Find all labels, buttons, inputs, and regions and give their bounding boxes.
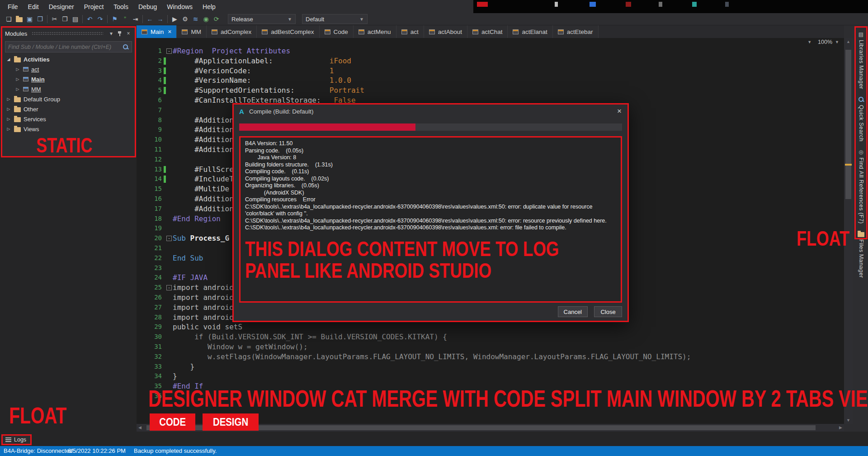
menu-item-tools[interactable]: Tools bbox=[108, 1, 133, 13]
expand-icon[interactable]: ▷ bbox=[6, 107, 11, 111]
compile-icon[interactable]: ⚙ bbox=[180, 14, 190, 24]
close-icon[interactable]: × bbox=[125, 30, 132, 37]
tab-mm[interactable]: MM bbox=[177, 25, 207, 38]
compile-log-output[interactable]: B4A Version: 11.50Parsing code. (0.05s) … bbox=[239, 136, 622, 303]
sidebar-tab-files-manager[interactable]: Files Manager bbox=[858, 231, 864, 278]
code-line[interactable]: 3 #VersionCode: 1 bbox=[137, 66, 844, 76]
tab-actabout[interactable]: actAbout bbox=[424, 25, 467, 38]
expand-icon[interactable]: ▷ bbox=[15, 87, 20, 91]
new-file-icon[interactable]: ❏ bbox=[4, 14, 14, 24]
dialog-titlebar[interactable]: A Compile (Build: Default) × bbox=[234, 104, 627, 118]
tab-actetebar[interactable]: actEtebar bbox=[553, 25, 599, 38]
redo-icon[interactable]: ↷ bbox=[95, 14, 105, 24]
toolbar: ❏▣❒✂❐▤↶↷⚑”⇥←→▶⚙≋◉⟳ Release ▼ Default ▼ bbox=[0, 13, 868, 25]
code-line[interactable]: 33 } bbox=[137, 362, 844, 372]
comment-icon[interactable]: ” bbox=[120, 14, 130, 24]
navigate-forward-icon[interactable]: → bbox=[155, 14, 165, 24]
undo-icon[interactable]: ↶ bbox=[85, 14, 95, 24]
fold-collapse-icon[interactable]: - bbox=[166, 285, 172, 290]
search-icon[interactable] bbox=[123, 44, 129, 50]
paste-icon[interactable]: ▤ bbox=[70, 14, 80, 24]
tab-code[interactable]: Code bbox=[320, 25, 354, 38]
expand-icon[interactable]: ▷ bbox=[6, 97, 11, 101]
code-line[interactable]: 29public void setS bbox=[137, 322, 844, 332]
menu-item-debug[interactable]: Debug bbox=[133, 1, 162, 13]
logs-panel-tab[interactable]: Logs bbox=[1, 434, 32, 445]
cancel-button[interactable]: Cancel bbox=[558, 306, 588, 317]
scroll-up-icon[interactable]: ▲ bbox=[846, 38, 850, 45]
code-line[interactable]: 2 #ApplicationLabel: iFood bbox=[137, 56, 844, 66]
close-icon[interactable]: × bbox=[615, 107, 623, 116]
save-all-icon[interactable]: ❒ bbox=[35, 14, 45, 24]
menu-item-file[interactable]: File bbox=[3, 1, 23, 13]
close-tab-icon[interactable]: × bbox=[168, 28, 171, 35]
module-search-box[interactable] bbox=[5, 41, 132, 52]
pin-icon[interactable] bbox=[118, 31, 122, 37]
tree-item-views[interactable]: ▷Views bbox=[2, 124, 135, 134]
profile-select[interactable]: Default ▼ bbox=[302, 14, 368, 24]
expand-icon[interactable]: ▷ bbox=[15, 67, 20, 71]
tree-item-mm[interactable]: ▷MM bbox=[2, 84, 135, 94]
bookmark-icon[interactable]: ⚑ bbox=[109, 14, 120, 24]
code-line[interactable]: 32 w.setFlags(WindowManager.LayoutParams… bbox=[137, 352, 844, 362]
menu-item-project[interactable]: Project bbox=[79, 1, 109, 13]
expand-icon[interactable]: ▷ bbox=[6, 117, 11, 121]
tab-adbestcomplex[interactable]: adBestComplex bbox=[257, 25, 319, 38]
tab-actelanat[interactable]: actElanat bbox=[508, 25, 552, 38]
design-view-button[interactable]: DESIGN bbox=[203, 413, 259, 431]
panel-drag-grip[interactable] bbox=[32, 32, 103, 35]
search-input[interactable] bbox=[8, 44, 123, 50]
menu-item-windows[interactable]: Windows bbox=[162, 1, 198, 13]
save-icon[interactable]: ▣ bbox=[24, 14, 35, 24]
tab-actchat[interactable]: actChat bbox=[467, 25, 508, 38]
menu-item-designer[interactable]: Designer bbox=[44, 1, 79, 13]
fold-collapse-icon[interactable]: - bbox=[166, 236, 172, 241]
build-configuration-select[interactable]: Release ▼ bbox=[228, 14, 296, 24]
code-view-button[interactable]: CODE bbox=[150, 413, 195, 431]
sidebar-tab-libraries-manager[interactable]: ▤Libraries Manager bbox=[858, 31, 864, 89]
tab-adcomplex[interactable]: adComplex bbox=[207, 25, 257, 38]
tab-act[interactable]: act bbox=[396, 25, 424, 38]
code-line[interactable]: 4 #VersionName: 1.0.0 bbox=[137, 76, 844, 86]
tab-main[interactable]: Main× bbox=[137, 25, 177, 38]
expand-icon[interactable]: ▷ bbox=[15, 77, 20, 81]
chevron-down-icon[interactable]: ▾ bbox=[108, 30, 115, 37]
wireless-icon[interactable]: ◉ bbox=[201, 14, 211, 24]
code-line[interactable]: 31 Window w = getWindow(); bbox=[137, 342, 844, 352]
menu-item-edit[interactable]: Edit bbox=[23, 1, 44, 13]
navigate-back-icon[interactable]: ← bbox=[145, 14, 155, 24]
fold-collapse-icon[interactable]: - bbox=[166, 48, 172, 54]
scroll-right-icon[interactable]: ▶ bbox=[839, 424, 842, 432]
code-line[interactable]: 34} bbox=[137, 371, 844, 381]
tree-item-activities[interactable]: ◢Activities bbox=[2, 54, 135, 64]
menu-item-help[interactable]: Help bbox=[198, 1, 221, 13]
vertical-scrollbar-thumb[interactable] bbox=[845, 50, 851, 199]
collapse-icon[interactable]: ◢ bbox=[6, 57, 11, 62]
tree-item-services[interactable]: ▷Services bbox=[2, 114, 135, 124]
code-line[interactable]: 5 #SupportedOrientations: Portrait bbox=[137, 86, 844, 95]
code-line[interactable]: 1-#Region Project Attributes bbox=[137, 46, 844, 56]
log-line: C:\SDK\tools\..\extras\b4a_local\unpacke… bbox=[245, 204, 616, 218]
sidebar-tab-find-all-references-f7[interactable]: ◎Find All References (F7) bbox=[858, 149, 864, 224]
bridge-icon[interactable]: ≋ bbox=[190, 14, 201, 24]
tab-overflow-icon[interactable]: ▼ bbox=[807, 40, 811, 44]
indent-icon[interactable]: ⇥ bbox=[130, 14, 141, 24]
clean-project-icon[interactable]: ⟳ bbox=[211, 14, 222, 24]
zoom-select[interactable]: 100% ▼ bbox=[818, 39, 839, 45]
scroll-down-icon[interactable]: ▼ bbox=[846, 417, 850, 424]
tree-item-other[interactable]: ▷Other bbox=[2, 104, 135, 114]
tab-actmenu[interactable]: actMenu bbox=[354, 25, 396, 38]
tree-item-default-group[interactable]: ▷Default Group bbox=[2, 94, 135, 104]
modules-panel-header[interactable]: Modules ▾ × bbox=[2, 28, 135, 39]
tree-item-main[interactable]: ▷Main bbox=[2, 74, 135, 84]
run-icon[interactable]: ▶ bbox=[170, 14, 180, 24]
close-button[interactable]: Close bbox=[594, 306, 622, 317]
expand-icon[interactable]: ▷ bbox=[6, 127, 11, 131]
tree-item-act[interactable]: ▷act bbox=[2, 64, 135, 74]
cut-icon[interactable]: ✂ bbox=[49, 14, 60, 24]
open-project-icon[interactable] bbox=[14, 14, 24, 24]
sidebar-tab-quick-search[interactable]: Quick Search bbox=[858, 96, 864, 142]
code-line[interactable]: 30 if (Build.VERSION.SDK_INT >= Build.VE… bbox=[137, 332, 844, 342]
copy-icon[interactable]: ❐ bbox=[60, 14, 70, 24]
scroll-left-icon[interactable]: ◀ bbox=[138, 424, 142, 432]
